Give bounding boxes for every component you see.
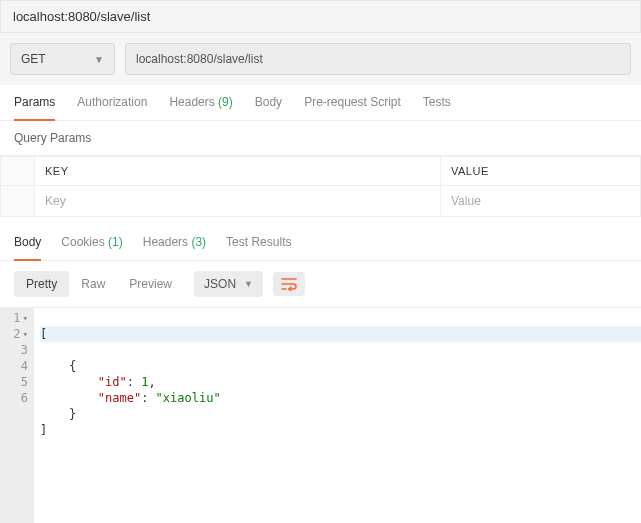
resp-tab-headers[interactable]: Headers (3) <box>143 235 206 260</box>
tab-prerequest[interactable]: Pre-request Script <box>304 95 401 120</box>
tab-tests[interactable]: Tests <box>423 95 451 120</box>
format-label: JSON <box>204 277 236 291</box>
request-title: localhost:8080/slave/list <box>13 9 150 24</box>
line-gutter: 1▾ 2▾ 3 4 5 6 <box>0 308 34 523</box>
tab-params[interactable]: Params <box>14 95 55 121</box>
chevron-down-icon: ▼ <box>94 54 104 65</box>
http-method-select[interactable]: GET ▼ <box>10 43 115 75</box>
http-method-label: GET <box>21 52 46 66</box>
response-tabs: Body Cookies (1) Headers (3) Test Result… <box>0 223 641 261</box>
fold-icon[interactable]: ▾ <box>23 310 28 326</box>
query-params-label: Query Params <box>0 121 641 156</box>
tab-body[interactable]: Body <box>255 95 282 120</box>
row-checkbox-cell[interactable] <box>1 186 35 217</box>
resp-tab-body[interactable]: Body <box>14 235 41 261</box>
request-tabs: Params Authorization Headers (9) Body Pr… <box>0 85 641 121</box>
checkbox-header <box>1 157 35 186</box>
tab-headers[interactable]: Headers (9) <box>169 95 232 120</box>
cookies-count: (1) <box>108 235 123 249</box>
response-body-editor: 1▾ 2▾ 3 4 5 6 [ { "id": 1, "name": "xiao… <box>0 307 641 523</box>
headers-count: (9) <box>218 95 233 109</box>
pretty-button[interactable]: Pretty <box>14 271 69 297</box>
response-toolbar: Pretty Raw Preview JSON ▼ <box>0 261 641 307</box>
code-content[interactable]: [ { "id": 1, "name": "xiaoliu" } ] <box>34 308 641 523</box>
url-value: localhost:8080/slave/list <box>136 52 263 66</box>
table-row: Key Value <box>1 186 641 217</box>
url-input[interactable]: localhost:8080/slave/list <box>125 43 631 75</box>
view-mode-group: Pretty Raw Preview <box>14 271 184 297</box>
format-select[interactable]: JSON ▼ <box>194 271 263 297</box>
resp-headers-count: (3) <box>191 235 206 249</box>
tab-authorization[interactable]: Authorization <box>77 95 147 120</box>
value-input[interactable]: Value <box>441 186 641 217</box>
resp-tab-testresults[interactable]: Test Results <box>226 235 291 260</box>
preview-button[interactable]: Preview <box>117 271 184 297</box>
key-input[interactable]: Key <box>35 186 441 217</box>
chevron-down-icon: ▼ <box>244 279 253 289</box>
raw-button[interactable]: Raw <box>69 271 117 297</box>
fold-icon[interactable]: ▾ <box>23 326 28 342</box>
resp-tab-cookies[interactable]: Cookies (1) <box>61 235 122 260</box>
request-title-bar: localhost:8080/slave/list <box>0 0 641 33</box>
table-header-row: KEY VALUE <box>1 157 641 186</box>
wrap-icon <box>281 277 297 291</box>
query-params-table: KEY VALUE Key Value <box>0 156 641 217</box>
value-header: VALUE <box>441 157 641 186</box>
key-header: KEY <box>35 157 441 186</box>
request-row: GET ▼ localhost:8080/slave/list <box>0 33 641 85</box>
wrap-lines-button[interactable] <box>273 272 305 296</box>
